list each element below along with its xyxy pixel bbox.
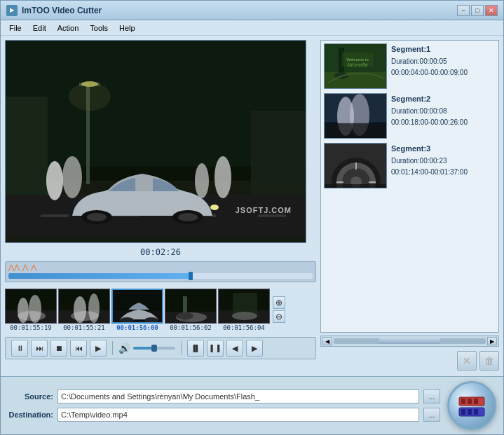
volume-icon: 🔊 xyxy=(118,343,130,354)
segment-item-3[interactable]: Segment:3 Duration:00:00:23 00:01:14:00-… xyxy=(324,143,496,188)
segment-range-1: 00:00:04:00-00:00:09:00 xyxy=(391,67,496,78)
source-input[interactable] xyxy=(57,389,419,403)
thumb-image-4 xyxy=(165,289,217,324)
thumb-image-5 xyxy=(218,289,270,324)
controls-bar: ⏸ ⏭ ⏹ ⏮ ▶ 🔊 ▐▌ ▌▐ ◀ ▶ xyxy=(5,337,316,359)
source-browse-button[interactable]: ... xyxy=(423,389,440,403)
svg-rect-70 xyxy=(461,399,465,404)
menu-tools[interactable]: Tools xyxy=(84,22,114,34)
timeline[interactable]: ⋀⋀ ⋀ ⋀ xyxy=(5,261,316,282)
source-label: Source: xyxy=(8,392,53,401)
segment-info-2: Segment:2 Duration:00:00:08 00:00:18:00-… xyxy=(391,93,496,128)
dest-label: Destination: xyxy=(8,410,53,419)
menubar: File Edit Action Tools Help xyxy=(1,20,503,36)
thumbnail-3[interactable]: 00:01:56:00 xyxy=(111,289,163,331)
svg-point-32 xyxy=(74,296,86,323)
source-row: Source: ... xyxy=(8,389,440,403)
menu-help[interactable]: Help xyxy=(114,22,141,34)
trash-segment-button[interactable]: 🗑 xyxy=(479,351,499,371)
fields-area: Source: ... Destination: ... xyxy=(8,389,440,422)
minimize-button[interactable]: − xyxy=(457,5,470,16)
segment-duration-2: Duration:00:00:08 xyxy=(391,106,496,117)
svg-rect-76 xyxy=(474,409,478,415)
svg-point-22 xyxy=(178,213,198,221)
segments-scrollbar[interactable]: ◀ ▶ xyxy=(320,336,499,347)
svg-rect-72 xyxy=(474,399,478,404)
right-panel: Welcome to Niceville Segment:1 Duration:… xyxy=(320,40,499,372)
dest-browse-button[interactable]: ... xyxy=(423,408,440,422)
pause-button[interactable]: ⏸ xyxy=(11,340,28,357)
scroll-track[interactable] xyxy=(334,338,486,344)
thumb-image-2 xyxy=(58,289,110,324)
thumbnail-4[interactable]: 00:01:56:02 xyxy=(165,289,217,331)
mark-out-button[interactable]: ▌▐ xyxy=(207,340,224,357)
window-title: ImTOO Video Cutter xyxy=(22,6,457,15)
maximize-button[interactable]: □ xyxy=(471,5,484,16)
segment-title-2: Segment:2 xyxy=(391,93,496,106)
volume-slider[interactable] xyxy=(133,347,175,350)
thumb-time-5: 00:01:56:04 xyxy=(223,324,265,331)
zoom-out-button[interactable]: ⊖ xyxy=(273,310,285,323)
svg-point-17 xyxy=(195,163,209,198)
separator-1 xyxy=(112,341,113,355)
time-display: 00:02:26 xyxy=(5,246,316,258)
thumb-time-2: 00:01:55:21 xyxy=(63,324,105,331)
video-player[interactable]: JSOFTJ.COM xyxy=(5,40,306,243)
segment-thumb-3 xyxy=(324,143,387,188)
segment-duration-3: Duration:00:00:23 xyxy=(391,156,496,167)
menu-file[interactable]: File xyxy=(4,22,27,34)
svg-rect-71 xyxy=(468,399,472,404)
prev-segment-button[interactable]: ◀ xyxy=(226,340,243,357)
step-forward-button[interactable]: ⏭ xyxy=(31,340,48,357)
timeline-thumb[interactable] xyxy=(189,272,193,280)
thumb-time-3: 00:01:56:00 xyxy=(116,324,158,331)
main-window: ▶ ImTOO Video Cutter − □ ✕ File Edit Act… xyxy=(0,0,504,435)
scroll-thumb[interactable] xyxy=(379,338,440,344)
dest-row: Destination: ... xyxy=(8,408,440,422)
segment-title-3: Segment:3 xyxy=(391,143,496,156)
close-button[interactable]: ✕ xyxy=(485,5,498,16)
scroll-left-button[interactable]: ◀ xyxy=(322,337,332,345)
menu-edit[interactable]: Edit xyxy=(27,22,52,34)
svg-point-36 xyxy=(120,317,134,323)
thumbnail-2[interactable]: 00:01:55:21 xyxy=(58,289,110,331)
svg-point-28 xyxy=(29,295,41,323)
segment-action-buttons: ✕ 🗑 xyxy=(320,350,499,372)
zoom-controls: ⊕ ⊖ xyxy=(273,296,285,323)
stop-button[interactable]: ⏹ xyxy=(50,340,67,357)
segment-item-2[interactable]: Segment:2 Duration:00:00:08 00:00:18:00-… xyxy=(324,93,496,139)
thumb-time-4: 00:01:56:02 xyxy=(170,324,212,331)
volume-thumb[interactable] xyxy=(151,345,157,352)
timeline-markers: ⋀⋀ ⋀ ⋀ xyxy=(6,262,315,272)
svg-text:Niceville: Niceville xyxy=(347,62,368,68)
separator-2 xyxy=(181,341,182,355)
dest-input[interactable] xyxy=(57,408,419,422)
svg-point-16 xyxy=(214,156,231,198)
svg-rect-4 xyxy=(41,214,69,217)
zoom-in-button[interactable]: ⊕ xyxy=(273,296,285,309)
svg-rect-12 xyxy=(6,97,48,195)
next-segment-button[interactable]: ▶ xyxy=(246,340,263,357)
menu-action[interactable]: Action xyxy=(52,22,85,34)
window-controls: − □ ✕ xyxy=(457,5,498,16)
left-panel: JSOFTJ.COM 00:02:26 ⋀⋀ ⋀ ⋀ xyxy=(5,40,316,372)
segment-item-1[interactable]: Welcome to Niceville Segment:1 Duration:… xyxy=(324,43,496,89)
thumb-image-1 xyxy=(5,289,57,324)
scroll-right-button[interactable]: ▶ xyxy=(487,337,497,345)
mark-in-button[interactable]: ▐▌ xyxy=(187,340,204,357)
thumb-image-3-selected xyxy=(111,289,163,324)
thumbnails-strip: 00:01:55:19 0 xyxy=(5,285,270,334)
thumbnail-strip-container: 00:01:55:19 0 xyxy=(5,285,316,334)
video-scene: JSOFTJ.COM xyxy=(6,41,306,242)
svg-point-37 xyxy=(144,317,158,323)
convert-button[interactable] xyxy=(447,381,496,430)
segment-thumb-2 xyxy=(324,93,387,139)
thumbnail-5[interactable]: 00:01:56:04 xyxy=(218,289,270,331)
timeline-bar[interactable] xyxy=(8,273,313,279)
step-back-button[interactable]: ⏮ xyxy=(70,340,87,357)
title-bar: ▶ ImTOO Video Cutter − □ ✕ xyxy=(1,1,503,20)
marker-icon-2: ⋀ xyxy=(22,263,28,271)
delete-segment-button[interactable]: ✕ xyxy=(457,351,477,371)
thumbnail-1[interactable]: 00:01:55:19 xyxy=(5,289,57,331)
play-button[interactable]: ▶ xyxy=(90,340,107,357)
